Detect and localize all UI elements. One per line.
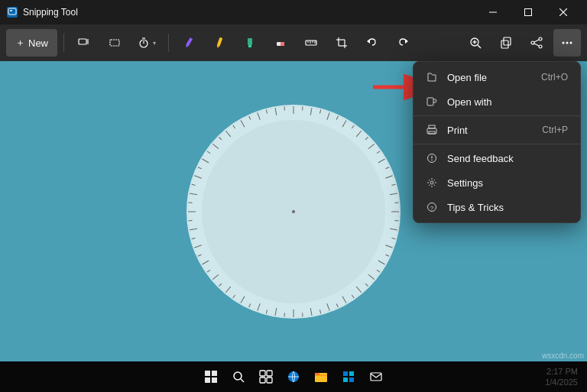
redo-icon <box>397 37 409 49</box>
minimize-button[interactable] <box>475 0 511 24</box>
svg-line-94 <box>207 270 210 272</box>
svg-line-104 <box>192 184 196 185</box>
svg-line-54 <box>352 125 354 128</box>
task-view-button[interactable] <box>254 364 278 389</box>
eraser-button[interactable] <box>267 29 294 57</box>
timer-icon <box>138 37 150 49</box>
zoom-button[interactable] <box>462 29 489 57</box>
copy-button[interactable] <box>492 29 520 57</box>
toolbar: ＋ New ▾ <box>0 24 587 61</box>
browser-taskbar-icon[interactable] <box>281 364 306 389</box>
selection-mode-button[interactable] <box>70 29 98 57</box>
close-button[interactable] <box>546 0 581 24</box>
svg-line-110 <box>219 137 222 140</box>
pencil-icon <box>183 37 195 49</box>
eraser-icon <box>274 37 287 49</box>
svg-line-114 <box>249 115 251 119</box>
undo-button[interactable] <box>358 29 386 57</box>
toolbar-separator-1 <box>63 34 64 52</box>
pencil-button[interactable] <box>175 29 203 57</box>
share-button[interactable] <box>523 29 550 57</box>
ruler-button[interactable] <box>297 29 325 57</box>
plus-icon: ＋ <box>15 36 25 50</box>
feedback-icon <box>426 152 438 164</box>
menu-item-tips-tricks[interactable]: ? Tips & Tricks <box>413 195 580 219</box>
rectangle-snip-button[interactable] <box>101 29 128 57</box>
svg-point-136 <box>234 372 242 380</box>
svg-line-109 <box>212 144 219 148</box>
window-controls <box>475 0 581 24</box>
svg-line-111 <box>225 131 230 137</box>
svg-point-129 <box>430 181 433 184</box>
svg-point-45 <box>570 42 572 44</box>
svg-line-78 <box>336 303 338 307</box>
svg-line-108 <box>207 151 210 153</box>
menu-item-open-with[interactable]: Open with <box>413 89 580 114</box>
svg-line-60 <box>386 167 390 168</box>
new-label: New <box>28 37 48 49</box>
svg-line-98 <box>192 238 196 238</box>
svg-line-115 <box>258 112 260 119</box>
svg-line-72 <box>377 270 380 272</box>
new-button[interactable]: ＋ New <box>6 29 57 57</box>
feedback-label: Send feedback <box>447 153 568 164</box>
print-shortcut: Ctrl+P <box>542 125 568 135</box>
menu-item-send-feedback[interactable]: Send feedback <box>413 146 580 170</box>
open-with-label: Open with <box>447 96 568 108</box>
svg-line-62 <box>391 184 395 185</box>
file-explorer-taskbar-icon[interactable] <box>309 364 333 389</box>
svg-marker-30 <box>367 39 370 44</box>
svg-line-67 <box>390 228 397 230</box>
svg-line-76 <box>352 294 354 297</box>
settings-label: Settings <box>447 177 568 189</box>
svg-line-90 <box>233 294 235 297</box>
highlighter-button[interactable] <box>236 29 264 57</box>
svg-rect-140 <box>260 377 265 383</box>
pen-button[interactable] <box>206 29 233 57</box>
menu-item-print[interactable]: Print Ctrl+P <box>413 118 580 142</box>
svg-rect-148 <box>349 377 354 382</box>
start-button[interactable] <box>199 364 223 389</box>
circle-ruler[interactable] <box>186 105 401 319</box>
store-taskbar-icon[interactable] <box>336 364 361 389</box>
svg-line-80 <box>319 309 320 313</box>
maximize-button[interactable] <box>511 0 546 24</box>
svg-line-50 <box>319 109 320 113</box>
crop-button[interactable] <box>328 29 355 57</box>
svg-line-92 <box>219 283 222 287</box>
watermark: wsxcdn.com <box>542 352 584 360</box>
svg-line-59 <box>378 159 385 163</box>
svg-rect-139 <box>267 371 272 376</box>
svg-line-63 <box>390 193 397 195</box>
svg-line-56 <box>365 137 368 140</box>
svg-line-52 <box>336 115 338 119</box>
svg-rect-133 <box>212 371 217 376</box>
svg-point-119 <box>292 210 295 213</box>
mail-taskbar-icon[interactable] <box>364 364 388 389</box>
svg-rect-9 <box>110 40 119 46</box>
svg-rect-37 <box>501 40 508 48</box>
more-options-icon <box>561 37 573 49</box>
print-icon <box>426 124 438 136</box>
window-title: Snipping Tool <box>23 7 475 18</box>
svg-rect-36 <box>504 37 511 45</box>
menu-item-settings[interactable]: Settings <box>413 170 580 195</box>
open-file-label: Open file <box>447 72 532 83</box>
search-taskbar-button[interactable] <box>226 364 251 389</box>
svg-line-75 <box>356 287 361 293</box>
svg-rect-149 <box>371 373 381 381</box>
timer-button[interactable]: ▾ <box>131 29 162 57</box>
dropdown-menu: Open file Ctrl+O Open with Print Ctrl+P <box>413 61 581 223</box>
svg-point-43 <box>563 42 565 44</box>
undo-icon <box>366 37 378 49</box>
tips-icon: ? <box>426 201 438 213</box>
timer-chevron: ▾ <box>153 40 156 47</box>
more-options-button[interactable] <box>553 29 581 57</box>
svg-line-57 <box>368 144 375 148</box>
svg-line-117 <box>275 108 277 115</box>
menu-item-open-file[interactable]: Open file Ctrl+O <box>413 65 580 89</box>
svg-rect-125 <box>429 131 435 134</box>
redo-button[interactable] <box>389 29 417 57</box>
svg-rect-2 <box>10 10 12 11</box>
svg-rect-3 <box>489 12 497 13</box>
